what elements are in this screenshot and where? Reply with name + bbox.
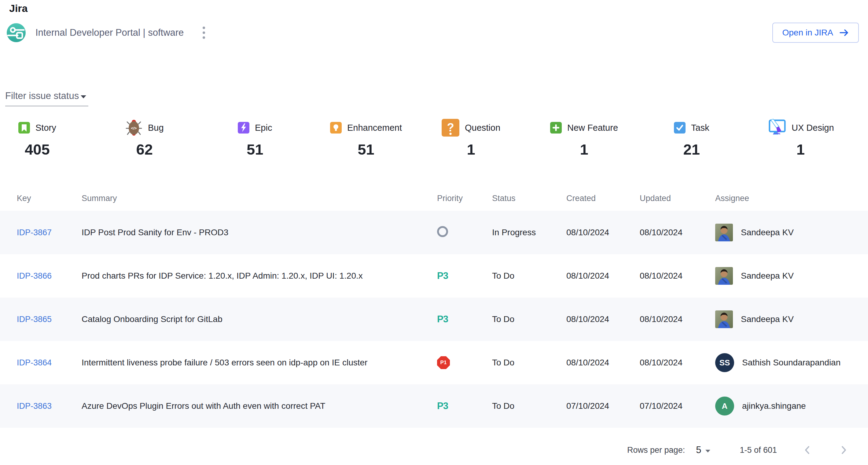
task-icon: [674, 122, 685, 134]
assignee-name: Sandeepa KV: [741, 314, 794, 324]
entity-logo-icon: [7, 23, 26, 42]
issue-type-label: Bug: [148, 123, 164, 133]
issue-type-label: New Feature: [567, 123, 618, 133]
issue-type-label: Task: [691, 123, 709, 133]
issue-type-tile-bug: </> Bug62: [125, 118, 164, 158]
issue-type-label: Question: [465, 123, 500, 133]
issue-type-count: 1: [550, 141, 618, 158]
issue-summary: Intermittent liveness probe failure / 50…: [82, 358, 437, 368]
issue-type-summary: Story405 </> Bug62Epic51Enhancement51?Qu…: [0, 118, 868, 160]
priority-p3-label: P3: [437, 270, 448, 281]
priority-cell: P3: [437, 401, 492, 411]
assignee-name: Sandeepa KV: [741, 271, 794, 281]
issue-type-label: Story: [35, 123, 56, 133]
arrow-right-icon: [839, 29, 849, 37]
assignee-cell: SSSathish Soundarapandian: [715, 353, 868, 372]
filter-issue-status-label: Filter issue status: [5, 91, 79, 101]
created-date: 08/10/2024: [566, 228, 640, 237]
chevron-down-icon: [81, 95, 86, 98]
table-header-row: KeySummaryPriorityStatusCreatedUpdatedAs…: [0, 186, 868, 211]
chevron-left-icon: [803, 445, 812, 455]
column-header-priority: Priority: [437, 194, 492, 203]
issue-type-tile-question: ?Question1: [442, 118, 500, 158]
issue-type-count: 51: [238, 141, 272, 158]
issue-type-tile-epic: Epic51: [238, 118, 272, 158]
bug-icon: </>: [125, 119, 143, 136]
enhancement-icon: [330, 122, 342, 134]
priority-p1-badge: P1: [437, 356, 450, 369]
column-header-updated: Updated: [640, 194, 715, 203]
issues-table: KeySummaryPriorityStatusCreatedUpdatedAs…: [0, 186, 868, 428]
created-date: 08/10/2024: [566, 358, 640, 368]
issue-key-link[interactable]: IDP-3867: [17, 228, 52, 237]
priority-p3-label: P3: [437, 401, 448, 411]
open-in-jira-label: Open in JIRA: [782, 28, 833, 38]
issue-key-link[interactable]: IDP-3865: [17, 315, 52, 324]
column-header-key: Key: [17, 194, 82, 203]
issue-key-link[interactable]: IDP-3863: [17, 401, 52, 410]
table-row: IDP-3866Prod charts PRs for IDP Service:…: [0, 254, 868, 298]
issue-summary: Prod charts PRs for IDP Service: 1.20.x,…: [82, 271, 437, 281]
assignee-name: Sathish Soundarapandian: [742, 358, 840, 368]
rows-per-page-label: Rows per page:: [627, 445, 685, 455]
epic-icon: [238, 122, 249, 134]
updated-date: 08/10/2024: [640, 228, 715, 237]
svg-text:</>: </>: [131, 126, 137, 130]
issue-type-count: 51: [330, 141, 402, 158]
created-date: 08/10/2024: [566, 314, 640, 324]
status-text: To Do: [492, 401, 566, 411]
assignee-cell: Sandeepa KV: [715, 310, 868, 328]
svg-text:?: ?: [447, 121, 454, 134]
next-page-button[interactable]: [837, 443, 850, 457]
table-row: IDP-3863Azure DevOps Plugin Errors out w…: [0, 384, 868, 428]
priority-cell: [437, 226, 492, 239]
table-row: IDP-3864Intermittent liveness probe fail…: [0, 341, 868, 384]
open-in-jira-button[interactable]: Open in JIRA: [772, 23, 859, 43]
updated-date: 08/10/2024: [640, 271, 715, 281]
priority-none-ring-icon: [437, 226, 448, 237]
column-header-created: Created: [566, 194, 640, 203]
column-header-status: Status: [492, 194, 566, 203]
created-date: 07/10/2024: [566, 401, 640, 411]
ux-design-icon: [767, 119, 786, 137]
issue-key-link[interactable]: IDP-3866: [17, 271, 52, 280]
prev-page-button[interactable]: [801, 443, 814, 457]
kebab-menu-icon[interactable]: [199, 24, 208, 42]
column-header-assignee: Assignee: [715, 194, 868, 203]
rows-per-page-value: 5: [696, 444, 701, 456]
issue-type-count: 405: [18, 141, 56, 158]
assignee-name: ajinkya.shingane: [742, 401, 806, 411]
story-icon: [18, 122, 30, 134]
assignee-name: Sandeepa KV: [741, 228, 794, 237]
pagination-bar: Rows per page: 5 1-5 of 601: [627, 435, 850, 465]
assignee-avatar-initials: SS: [715, 353, 734, 372]
question-icon: ?: [442, 119, 459, 137]
issue-type-count: 1: [767, 141, 834, 158]
filter-issue-status-select[interactable]: Filter issue status: [5, 91, 88, 106]
pagination-range: 1-5 of 601: [740, 445, 777, 455]
assignee-avatar-photo: [715, 267, 733, 285]
priority-cell: P3: [437, 314, 492, 325]
assignee-avatar-initials: A: [715, 397, 734, 416]
issue-key-link[interactable]: IDP-3864: [17, 358, 52, 367]
issue-type-count: 21: [674, 141, 709, 158]
rows-per-page-select[interactable]: 5: [696, 444, 710, 456]
table-row: IDP-3865Catalog Onboarding Script for Gi…: [0, 298, 868, 341]
priority-cell: P1: [437, 356, 492, 369]
issue-summary: IDP Post Prod Sanity for Env - PROD3: [82, 228, 437, 237]
status-text: To Do: [492, 358, 566, 368]
updated-date: 08/10/2024: [640, 358, 715, 368]
status-text: In Progress: [492, 228, 566, 237]
assignee-cell: Sandeepa KV: [715, 267, 868, 285]
page-title: Jira: [9, 2, 28, 14]
issue-type-tile-new-feature: New Feature1: [550, 118, 618, 158]
issue-type-label: Epic: [255, 123, 272, 133]
chevron-down-icon: [705, 450, 710, 453]
issue-type-label: Enhancement: [347, 123, 402, 133]
assignee-avatar-photo: [715, 310, 733, 328]
table-row: IDP-3867IDP Post Prod Sanity for Env - P…: [0, 211, 868, 254]
updated-date: 08/10/2024: [640, 314, 715, 324]
issue-type-tile-story: Story405: [18, 118, 56, 158]
issue-type-count: 62: [125, 141, 164, 158]
new-feature-icon: [550, 122, 562, 134]
